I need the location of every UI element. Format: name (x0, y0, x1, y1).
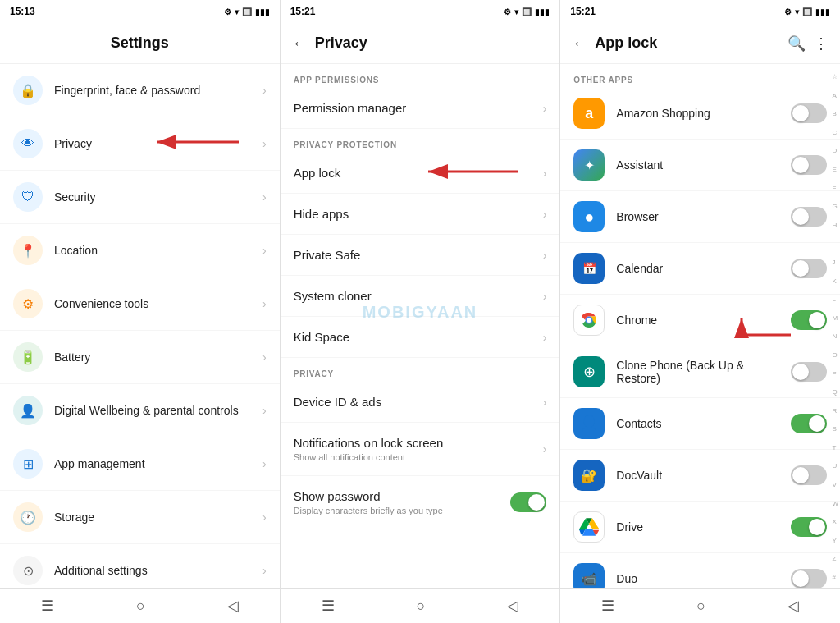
settings-item-digital[interactable]: 👤 Digital Wellbeing & parental controls … (0, 384, 280, 437)
privacy-item-showpassword[interactable]: Show password Display characters briefly… (281, 476, 560, 529)
back-btn-1[interactable]: ◁ (227, 597, 239, 615)
location-icon-status: ▾ (235, 7, 239, 16)
assistant-app-icon: ✦ (573, 149, 605, 181)
settings-list: 🔒 Fingerprint, face & password › 👁 Priva… (0, 64, 280, 588)
notifications-chevron: › (543, 442, 547, 456)
docvault-app-icon: 🔐 (573, 460, 605, 491)
settings-item-convenience[interactable]: ⚙ Convenience tools › (0, 277, 280, 331)
back-btn-nav-2[interactable]: ◁ (507, 597, 518, 615)
signal-icon-2: ▮▮▮ (535, 7, 550, 16)
chrome-toggle[interactable] (791, 310, 827, 330)
app-item-calendar[interactable]: 📅 Calendar (560, 243, 840, 295)
privacy-text: Privacy (54, 136, 262, 151)
privacy-back-btn[interactable]: ← (292, 34, 308, 53)
assistant-toggle[interactable] (791, 155, 827, 175)
status-icons-1: ⚙ ▾ 🔲 ▮▮▮ (224, 7, 270, 16)
digital-chevron: › (262, 404, 267, 417)
status-icons-2: ⚙ ▾ 🔲 ▮▮▮ (504, 7, 550, 16)
more-options-icon[interactable]: ⋮ (814, 34, 829, 53)
drive-toggle[interactable] (791, 517, 827, 537)
settings-item-security[interactable]: 🛡 Security › (0, 171, 280, 224)
kidspace-chevron: › (543, 331, 547, 344)
permission-chevron: › (543, 102, 547, 115)
battery-text: Battery (54, 350, 262, 364)
battery-chevron: › (262, 350, 267, 364)
menu-btn-2[interactable]: ☰ (322, 597, 335, 615)
deviceid-chevron: › (543, 396, 547, 409)
permission-label: Permission manager (294, 101, 543, 115)
duo-app-icon: 📹 (573, 563, 605, 588)
app-item-amazon[interactable]: a Amazon Shopping (560, 88, 840, 140)
home-btn-2[interactable]: ○ (417, 598, 426, 615)
deviceid-label: Device ID & ads (294, 395, 543, 409)
home-btn-3[interactable]: ○ (696, 598, 705, 615)
additional-label: Additional settings (54, 563, 262, 578)
menu-btn-1[interactable]: ☰ (41, 597, 54, 615)
privacy-item-privatesafe[interactable]: Private Safe › (281, 235, 560, 276)
applock-text: App lock (294, 166, 543, 180)
status-bar-2: 15:21 ⚙ ▾ 🔲 ▮▮▮ (281, 0, 560, 23)
privacy-item-permission[interactable]: Permission manager › (281, 88, 560, 129)
location-chevron: › (262, 244, 267, 257)
security-icon: 🛡 (13, 182, 43, 212)
calendar-toggle[interactable] (791, 259, 827, 278)
signal-icon-1: ▮▮▮ (255, 7, 270, 16)
contacts-toggle[interactable] (791, 414, 827, 433)
fingerprint-text: Fingerprint, face & password (54, 83, 262, 98)
settings-icon-status-2: ⚙ (504, 7, 511, 16)
app-item-browser[interactable]: ● Browser (560, 191, 840, 243)
hideapps-chevron: › (543, 208, 547, 221)
privacy-label: Privacy (54, 136, 262, 151)
menu-btn-3[interactable]: ☰ (601, 597, 614, 615)
storage-icon: 🕐 (13, 502, 43, 532)
digital-label: Digital Wellbeing & parental controls (54, 403, 262, 418)
docvault-toggle[interactable] (791, 465, 827, 485)
clonephone-toggle[interactable] (791, 362, 827, 382)
settings-item-privacy[interactable]: 👁 Privacy › (0, 117, 280, 171)
privacy-item-applock[interactable]: App lock › (281, 153, 560, 194)
clonephone-app-icon: ⊕ (573, 356, 605, 387)
chrome-app-name: Chrome (616, 314, 791, 327)
settings-item-appmanagement[interactable]: ⊞ App management › (0, 437, 280, 491)
applock-panel: 15:21 ⚙ ▾ 🔲 ▮▮▮ ← App lock 🔍 ⋮ OTHER APP… (560, 0, 840, 623)
appmanagement-icon: ⊞ (13, 449, 43, 479)
calendar-app-icon: 📅 (573, 253, 605, 284)
notifications-sub: Show all notification content (294, 452, 543, 462)
search-icon[interactable]: 🔍 (788, 34, 806, 53)
assistant-app-name: Assistant (616, 158, 791, 172)
duo-toggle[interactable] (791, 569, 827, 588)
app-item-duo[interactable]: 📹 Duo (560, 553, 840, 588)
app-item-clonephone[interactable]: ⊕ Clone Phone (Back Up & Restore) (560, 346, 840, 398)
drive-app-name: Drive (616, 520, 791, 534)
settings-item-storage[interactable]: 🕐 Storage › (0, 491, 280, 544)
back-btn-nav-3[interactable]: ◁ (788, 597, 799, 615)
privacy-item-notifications[interactable]: Notifications on lock screen Show all no… (281, 423, 560, 476)
showpassword-toggle[interactable] (510, 492, 546, 512)
settings-toolbar: Settings (0, 23, 280, 64)
app-item-assistant[interactable]: ✦ Assistant (560, 140, 840, 191)
applock-back-btn[interactable]: ← (572, 34, 588, 53)
settings-item-location[interactable]: 📍 Location › (0, 224, 280, 277)
privacy-item-systemcloner[interactable]: System cloner › (281, 276, 560, 317)
app-item-docvault[interactable]: 🔐 DocVault (560, 450, 840, 502)
privacy-item-deviceid[interactable]: Device ID & ads › (281, 382, 560, 423)
battery-icon: 🔋 (13, 342, 43, 372)
settings-item-additionalsettings[interactable]: ⊙ Additional settings › (0, 544, 280, 588)
settings-item-battery[interactable]: 🔋 Battery › (0, 331, 280, 384)
systemcloner-label: System cloner (294, 289, 543, 303)
app-item-drive[interactable]: Drive (560, 502, 840, 553)
app-item-chrome[interactable]: Chrome (560, 295, 840, 346)
amazon-toggle[interactable] (791, 103, 827, 123)
chrome-app-icon (573, 305, 605, 336)
time-1: 15:13 (10, 6, 35, 17)
fingerprint-chevron: › (262, 84, 267, 97)
fingerprint-icon: 🔒 (13, 76, 43, 105)
settings-item-fingerprint[interactable]: 🔒 Fingerprint, face & password › (0, 64, 280, 117)
systemcloner-chevron: › (543, 290, 547, 303)
privacy-item-hideapps[interactable]: Hide apps › (281, 194, 560, 235)
privacy-item-kidspace[interactable]: Kid Space › (281, 317, 560, 358)
battery-label: Battery (54, 350, 262, 364)
home-btn-1[interactable]: ○ (136, 598, 145, 615)
browser-toggle[interactable] (791, 207, 827, 227)
app-item-contacts[interactable]: 👤 Contacts (560, 398, 840, 450)
